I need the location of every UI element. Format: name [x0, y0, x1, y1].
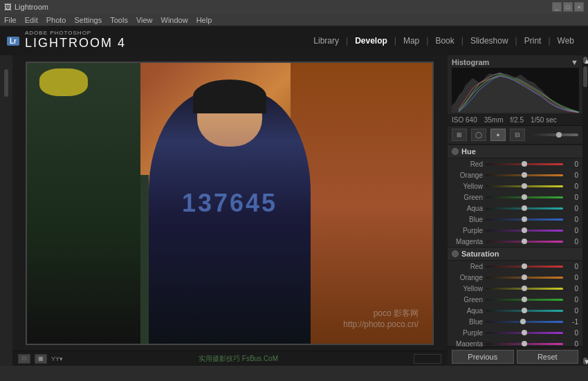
- hsl-handle-blue[interactable]: [522, 216, 527, 222]
- menu-help[interactable]: Help: [196, 16, 212, 24]
- histogram-chevron[interactable]: ▼: [571, 58, 578, 66]
- hsl-row-purple: Purple 0: [448, 225, 582, 236]
- hsl-value-blue: 0: [566, 216, 578, 223]
- hsl-handle-green[interactable]: [522, 194, 527, 200]
- tab-library[interactable]: Library: [306, 33, 346, 48]
- photo-container[interactable]: 137645 poco 影客网 http://photo.poco.cn/: [12, 55, 447, 351]
- saturation-rows: Red 0 Orange 0 Yellow 0 Green 0 Aqua: [448, 261, 582, 346]
- previous-button[interactable]: Previous: [452, 350, 514, 364]
- hsl-track-purple[interactable]: [486, 230, 563, 232]
- tool-circle[interactable]: ◯: [471, 129, 486, 141]
- tool-grid[interactable]: ⊞: [452, 129, 467, 141]
- hsl-track-red[interactable]: [486, 163, 563, 165]
- hsl-track-yellow[interactable]: [486, 288, 563, 290]
- hsl-track-blue[interactable]: [486, 321, 563, 323]
- tab-develop[interactable]: Develop: [348, 33, 394, 48]
- filmstrip-view-btn[interactable]: □: [18, 354, 30, 364]
- hue-section-header[interactable]: Hue: [448, 145, 582, 158]
- tab-map[interactable]: Map: [396, 33, 426, 48]
- tool-slider-track[interactable]: [529, 133, 578, 136]
- tool-slider-handle[interactable]: [556, 132, 562, 138]
- menu-photo[interactable]: Photo: [46, 16, 66, 24]
- right-scrollbar[interactable]: ▲ ▼: [582, 55, 588, 366]
- menu-window[interactable]: Window: [161, 16, 188, 24]
- menu-view[interactable]: View: [136, 16, 153, 24]
- hsl-value-magenta: 0: [566, 238, 578, 245]
- hsl-track-magenta[interactable]: [486, 343, 563, 345]
- menu-bar: File Edit Photo Settings Tools View Wind…: [0, 14, 588, 26]
- lr-badge: Lr: [7, 37, 19, 46]
- tool-dot[interactable]: ●: [490, 129, 506, 141]
- menu-edit[interactable]: Edit: [25, 16, 38, 24]
- hsl-handle-orange[interactable]: [522, 172, 527, 178]
- hsl-track-aqua[interactable]: [486, 310, 563, 312]
- filmstrip-scroll[interactable]: [414, 354, 441, 364]
- histogram-title: Histogram: [452, 58, 489, 66]
- tool-minus[interactable]: ⊟: [510, 129, 525, 141]
- scroll-up-arrow[interactable]: ▲: [583, 57, 587, 64]
- hsl-row-aqua: Aqua 0: [448, 203, 582, 214]
- hsl-handle-purple[interactable]: [522, 330, 527, 335]
- saturation-section-title: Saturation: [461, 250, 499, 258]
- hsl-row-yellow: Yellow 0: [448, 180, 582, 192]
- hsl-track-green[interactable]: [486, 196, 563, 198]
- title-bar-controls[interactable]: _ □ ×: [552, 2, 584, 12]
- menu-tools[interactable]: Tools: [110, 16, 128, 24]
- hsl-track-green[interactable]: [486, 299, 563, 301]
- hsl-track-purple[interactable]: [486, 332, 563, 334]
- hsl-value-purple: 0: [566, 227, 578, 234]
- hsl-track-blue[interactable]: [486, 219, 563, 221]
- hsl-label-magenta: Magenta: [452, 340, 483, 347]
- hsl-handle-yellow[interactable]: [522, 183, 527, 189]
- tab-book[interactable]: Book: [428, 33, 461, 48]
- hsl-value-yellow: 0: [566, 183, 578, 190]
- hsl-track-red[interactable]: [486, 266, 563, 268]
- scroll-down-arrow[interactable]: ▼: [583, 357, 587, 364]
- filmstrip-label: YY▾: [51, 355, 63, 362]
- hsl-track-orange[interactable]: [486, 174, 563, 176]
- scrollbar-thumb[interactable]: [583, 66, 587, 87]
- hsl-row-magenta: Magenta 0: [448, 338, 582, 346]
- hsl-row-yellow: Yellow 0: [448, 283, 582, 294]
- reset-button[interactable]: Reset: [517, 350, 579, 364]
- maximize-button[interactable]: □: [563, 2, 573, 12]
- hsl-handle-aqua[interactable]: [522, 308, 527, 313]
- hsl-track-aqua[interactable]: [486, 207, 563, 210]
- hsl-handle-magenta[interactable]: [522, 239, 527, 244]
- hsl-handle-blue[interactable]: [520, 319, 526, 324]
- hsl-handle-orange[interactable]: [522, 275, 527, 280]
- hue-expand-dot[interactable]: [452, 148, 459, 155]
- hsl-row-aqua: Aqua 0: [448, 305, 582, 316]
- close-button[interactable]: ×: [574, 2, 584, 12]
- photo-flowers: [39, 68, 88, 97]
- saturation-section-header[interactable]: Saturation: [448, 247, 582, 261]
- filmstrip: □ ▦ YY▾ 实用摄影技巧 FsBus.CoM: [12, 351, 447, 366]
- filmstrip-grid-btn[interactable]: ▦: [35, 354, 47, 364]
- lr-title-group: ADOBE PHOTOSHOP LIGHTROOM 4: [25, 31, 126, 50]
- hsl-handle-yellow[interactable]: [522, 286, 527, 291]
- tab-web[interactable]: Web: [551, 33, 581, 48]
- hsl-handle-red[interactable]: [522, 263, 527, 269]
- hsl-track-yellow[interactable]: [486, 185, 563, 187]
- hsl-row-orange: Orange 0: [448, 169, 582, 180]
- hsl-handle-aqua[interactable]: [522, 205, 527, 211]
- hsl-track-orange[interactable]: [486, 277, 563, 279]
- right-panel: Histogram ▼: [447, 55, 582, 366]
- hsl-handle-green[interactable]: [522, 297, 527, 302]
- menu-settings[interactable]: Settings: [74, 16, 102, 24]
- minimize-button[interactable]: _: [552, 2, 562, 12]
- hsl-label-aqua: Aqua: [452, 307, 483, 315]
- photo-right-bg: [291, 63, 432, 344]
- meta-shutter: 1/50 sec: [531, 116, 557, 124]
- hsl-row-purple: Purple 0: [448, 327, 582, 338]
- left-scroll-thumb[interactable]: [4, 69, 8, 97]
- hsl-track-magenta[interactable]: [486, 241, 563, 243]
- hsl-handle-red[interactable]: [522, 161, 527, 167]
- hsl-handle-magenta[interactable]: [522, 341, 527, 346]
- menu-file[interactable]: File: [4, 16, 17, 24]
- tab-slideshow[interactable]: Slideshow: [463, 33, 515, 48]
- sat-expand-dot[interactable]: [452, 250, 459, 257]
- hsl-label-aqua: Aqua: [452, 205, 483, 212]
- tab-print[interactable]: Print: [517, 33, 549, 48]
- hsl-handle-purple[interactable]: [522, 227, 527, 233]
